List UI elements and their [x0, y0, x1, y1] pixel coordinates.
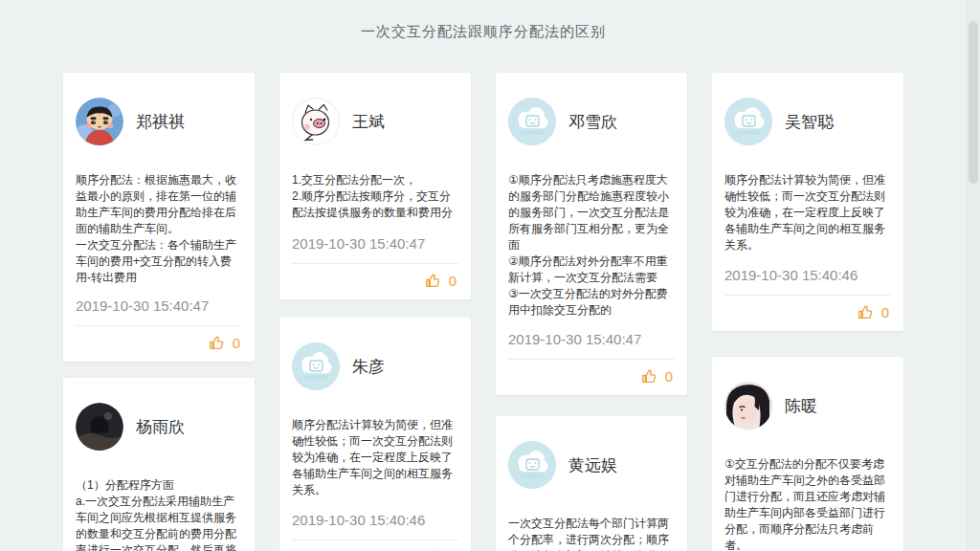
answer-card: 邓雪欣 ①顺序分配法只考虑施惠程度大的服务部门分配给施惠程度较小的服务部门，一次… — [496, 73, 687, 395]
answer-text: 顺序分配法计算较为简便，但准确性较低；而一次交互分配法则较为准确，在一定程度上反… — [724, 172, 891, 253]
pig-avatar — [292, 98, 340, 145]
anime-girl-avatar — [724, 382, 772, 430]
timestamp: 2019-10-30 15:40:46 — [724, 267, 891, 283]
answer-text: 顺序分配法：根据施惠最大，收益最小的原则，排在第一位的辅助生产车间的费用分配给排… — [76, 172, 242, 286]
like-count: 0 — [881, 304, 889, 320]
thumbs-up-icon — [424, 272, 442, 290]
user-name: 邓雪欣 — [568, 111, 617, 133]
scrollbar[interactable] — [967, 0, 980, 551]
timestamp: 2019-10-30 15:40:47 — [76, 298, 242, 314]
timestamp: 2019-10-30 15:40:47 — [292, 235, 458, 252]
default-avatar — [508, 98, 556, 145]
like-button[interactable]: 0 — [424, 272, 457, 290]
answer-text: ①交互分配法的分配不仅要考虑对辅助生产车间之外的各受益部门进行分配，而且还应考虑… — [724, 456, 891, 551]
like-button[interactable]: 0 — [857, 303, 889, 321]
answer-card: 朱彦 顺序分配法计算较为简便，但准确性较低；而一次交互分配法则较为准确，在一定程… — [279, 318, 471, 551]
default-avatar — [508, 441, 556, 489]
user-name: 陈暖 — [785, 395, 817, 417]
answer-text: 顺序分配法计算较为简便，但准确性较低；而一次交互分配法则较为准确，在一定程度上反… — [292, 417, 458, 498]
shinchan-avatar — [76, 98, 123, 145]
timestamp: 2019-10-30 15:40:46 — [292, 512, 458, 528]
scrollbar-thumb[interactable] — [969, 21, 978, 184]
answer-text: ①顺序分配法只考虑施惠程度大的服务部门分配给施惠程度较小的服务部门，一次交互分配… — [508, 172, 675, 319]
answer-text: 一次交互分配法每个部门计算两个分配率，进行两次分配；顺序分配法每个部门只计算一个… — [508, 516, 675, 551]
default-avatar — [292, 342, 340, 390]
like-count: 0 — [665, 368, 673, 385]
user-name: 吴智聪 — [785, 111, 834, 133]
answer-card: 陈暖 ①交互分配法的分配不仅要考虑对辅助生产车间之外的各受益部门进行分配，而且还… — [712, 357, 903, 551]
like-button[interactable]: 0 — [208, 334, 240, 352]
answer-card: 王斌 1.交互分配法分配一次， 2.顺序分配法按顺序分，交互分配法按提供服务的数… — [279, 73, 471, 299]
answer-card: 郑祺祺 顺序分配法：根据施惠最大，收益最小的原则，排在第一位的辅助生产车间的费用… — [63, 73, 255, 362]
user-name: 朱彦 — [352, 356, 385, 378]
like-count: 0 — [233, 335, 240, 351]
user-name: 杨雨欣 — [136, 416, 185, 438]
user-name: 王斌 — [352, 111, 385, 133]
answer-card: 杨雨欣 （1）分配程序方面 a.一次交互分配法采用辅助生产车间之间应先根据相互提… — [63, 378, 255, 551]
user-name: 黄远娱 — [568, 454, 617, 476]
user-name: 郑祺祺 — [136, 111, 185, 133]
default-avatar — [724, 98, 772, 145]
thumbs-up-icon — [857, 303, 875, 321]
photo-dark-avatar — [76, 403, 123, 451]
like-count: 0 — [449, 273, 457, 289]
thumbs-up-icon — [640, 367, 658, 386]
thumbs-up-icon — [208, 334, 226, 352]
answer-card: 吴智聪 顺序分配法计算较为简便，但准确性较低；而一次交互分配法则较为准确，在一定… — [712, 73, 903, 331]
answer-card: 黄远娱 一次交互分配法每个部门计算两个分配率，进行两次分配；顺序分配法每个部门只… — [496, 416, 687, 551]
answer-text: （1）分配程序方面 a.一次交互分配法采用辅助生产车间之间应先根据相互提供服务的… — [76, 477, 242, 551]
page-title: 一次交互分配法跟顺序分配法的区别 — [0, 23, 967, 41]
like-button[interactable]: 0 — [640, 367, 673, 386]
timestamp: 2019-10-30 15:40:47 — [508, 331, 675, 347]
answer-text: 1.交互分配法分配一次， 2.顺序分配法按顺序分，交互分配法按提供服务的数量和费… — [292, 172, 458, 221]
